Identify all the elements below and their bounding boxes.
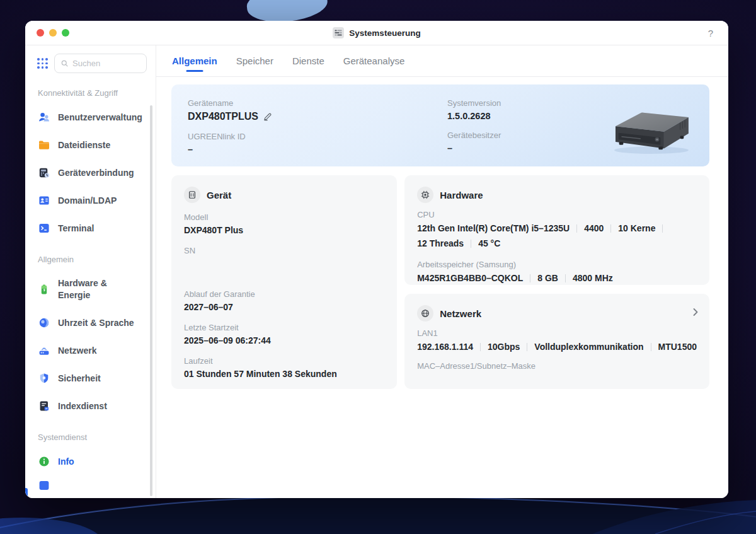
help-button[interactable]: ? — [708, 28, 713, 38]
edit-pencil-icon[interactable] — [263, 112, 272, 121]
field-label: Gerätename — [188, 98, 272, 108]
divider — [565, 274, 566, 282]
field-systemversion: Systemversion 1.5.0.2628 — [447, 98, 501, 121]
field-label: UGREENlink ID — [188, 132, 272, 141]
sidebar-item-label: Terminal — [58, 223, 94, 235]
sidebar-item-label: Uhrzeit & Sprache — [58, 317, 134, 329]
router-icon — [38, 344, 50, 357]
duplex-mode: Vollduplexkommunikation — [534, 341, 643, 353]
folder-icon — [38, 139, 50, 151]
sidebar-item-uhrzeit-sprache[interactable]: Uhrzeit & Sprache — [25, 309, 156, 337]
globe-clock-icon — [38, 316, 50, 329]
nas-device-image — [604, 102, 699, 156]
sidebar-item-info[interactable]: Info — [25, 448, 156, 475]
cpu-values-row2: 12 Threads 45 °C — [417, 238, 697, 250]
search-box[interactable] — [54, 54, 147, 73]
sidebar-item-label: Geräteverbindung — [58, 167, 134, 179]
lan-label: LAN1 — [417, 328, 697, 338]
control-panel-icon — [333, 27, 344, 38]
mac-subnet-label: MAC–Adresse1/Subnetz–Maske — [417, 361, 697, 371]
cpu-label: CPU — [417, 210, 697, 219]
section-header-connectivity: Konnektivität & Zugriff — [25, 76, 156, 103]
sidebar-item-label: Sicherheit — [58, 373, 101, 385]
divider — [530, 274, 530, 282]
cpu-icon — [417, 187, 433, 203]
model-value: DXP480T Plus — [184, 225, 384, 235]
sidebar-item-netzwerk[interactable]: Netzwerk — [25, 337, 156, 364]
sidebar-item-label: Domain/LDAP — [58, 195, 117, 207]
device-name-value: DXP480TPLUS — [188, 111, 258, 122]
terminal-icon — [38, 222, 50, 235]
traffic-lights — [37, 29, 69, 37]
tab-geraeteanalyse[interactable]: Geräteanalyse — [343, 45, 405, 76]
sidebar-item-label: Indexdienst — [58, 400, 107, 412]
tab-content: Gerätename DXP480TPLUS UGREENlink ID — [156, 77, 728, 498]
field-laufzeit: Laufzeit 01 Stunden 57 Minuten 38 Sekund… — [184, 356, 384, 379]
field-ugreenlink-id: UGREENlink ID – — [188, 132, 272, 154]
ram-label: Arbeitsspeicher (Samsung) — [417, 260, 697, 269]
link-speed: 10Gbps — [488, 341, 520, 353]
section-header-allgemein: Allgemein — [25, 242, 156, 270]
field-sn: SN — [184, 246, 384, 279]
sidebar-item-clipped[interactable] — [25, 472, 156, 498]
tab-dienste[interactable]: Dienste — [292, 45, 324, 76]
minimize-window-button[interactable] — [49, 29, 57, 37]
titlebar: Systemsteuerung ? — [25, 21, 728, 45]
cpu-threads: 12 Threads — [417, 238, 464, 250]
sidebar-item-sicherheit[interactable]: Sicherheit — [25, 364, 156, 392]
network-card: Netzwerk LAN1 192.168.1.114 10Gbps — [404, 294, 709, 389]
sidebar-item-label: Dateidienste — [58, 139, 110, 151]
divider — [527, 343, 527, 351]
cpu-cores: 10 Kerne — [618, 223, 655, 235]
ram-size: 8 GB — [537, 272, 558, 284]
sidebar-item-label: Info — [58, 456, 74, 468]
zoom-window-button[interactable] — [62, 29, 69, 37]
mtu-value: MTU1500 — [658, 341, 697, 353]
divider — [480, 343, 481, 351]
sidebar-item-hardware-energie[interactable]: Hardware & Energie — [25, 270, 144, 309]
field-garantie: Ablauf der Garantie 2027–06–07 — [184, 289, 384, 312]
field-label: Gerätebesitzer — [447, 131, 501, 140]
device-connection-icon — [38, 166, 50, 179]
device-icon — [184, 187, 200, 203]
sidebar-item-geraeteverbindung[interactable]: Geräteverbindung — [25, 159, 156, 187]
card-title: Hardware — [440, 190, 483, 200]
close-window-button[interactable] — [37, 29, 44, 37]
sidebar-item-terminal[interactable]: Terminal — [25, 214, 156, 242]
tab-speicher[interactable]: Speicher — [236, 45, 273, 76]
ram-model: M425R1GB4BB0–CQKOL — [417, 272, 523, 284]
ip-address: 192.168.1.114 — [417, 341, 473, 353]
sidebar-item-indexdienst[interactable]: Indexdienst — [25, 392, 156, 420]
search-icon — [61, 59, 68, 67]
field-geraetebesitzer: Gerätebesitzer – — [447, 131, 501, 153]
system-version-value: 1.5.0.2628 — [447, 111, 501, 121]
sidebar-item-domain-ldap[interactable]: Domain/LDAP — [25, 187, 156, 214]
section-header-systemdienst: Systemdienst — [25, 420, 156, 448]
search-input[interactable] — [72, 59, 140, 68]
sidebar-item-label: Netzwerk — [58, 345, 96, 357]
cpu-temperature: 45 °C — [478, 238, 500, 250]
sidebar-item-label: Hardware & Energie — [58, 277, 134, 301]
shield-icon — [38, 372, 50, 385]
cpu-clock: 4400 — [584, 223, 604, 235]
uptime-value: 01 Stunden 57 Minuten 38 Sekunden — [184, 369, 384, 379]
tab-allgemein[interactable]: Allgemein — [172, 45, 217, 76]
ram-speed: 4800 MHz — [573, 272, 613, 284]
divider — [662, 224, 663, 233]
sidebar-item-dateidienste[interactable]: Dateidienste — [25, 131, 156, 159]
system-control-window: Systemsteuerung ? Konnektivität & Z — [25, 21, 728, 498]
globe-icon — [417, 305, 433, 322]
card-title: Netzwerk — [440, 308, 481, 319]
sidebar-item-benutzerverwaltung[interactable]: Benutzerverwaltung — [25, 103, 156, 131]
field-modell: Modell DXP480T Plus — [184, 212, 384, 235]
id-card-icon — [38, 194, 50, 207]
divider — [576, 224, 577, 233]
lan-values-row: 192.168.1.114 10Gbps Vollduplexkommunika… — [417, 341, 697, 353]
apps-grid-icon[interactable] — [37, 58, 48, 69]
sidebar-nav: Konnektivität & Zugriff Benutzerverwaltu… — [25, 73, 156, 498]
sidebar-item-label: Benutzerverwaltung — [58, 112, 142, 124]
field-label: Systemversion — [447, 98, 501, 108]
sidebar-scrollbar[interactable] — [150, 105, 152, 496]
chevron-right-icon[interactable] — [692, 308, 699, 316]
users-icon — [38, 111, 50, 124]
